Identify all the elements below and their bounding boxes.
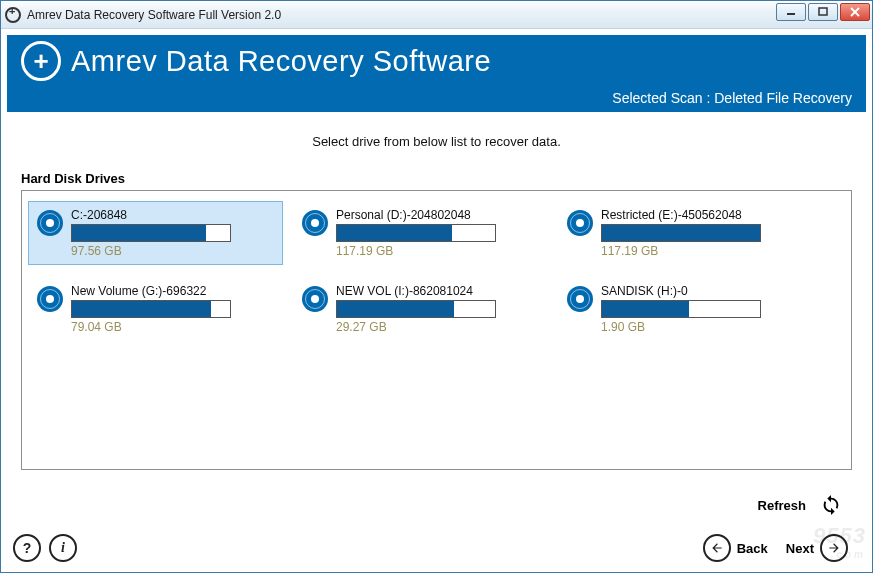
logo-icon: + — [21, 41, 61, 81]
disc-icon — [37, 210, 63, 236]
drive-label: NEW VOL (I:)-862081024 — [336, 284, 539, 298]
usage-bar — [336, 300, 496, 318]
back-arrow-icon — [703, 534, 731, 562]
app-name: Amrev Data Recovery Software — [71, 45, 491, 78]
disc-icon — [302, 286, 328, 312]
drives-section-label: Hard Disk Drives — [7, 171, 866, 186]
svg-rect-1 — [819, 8, 827, 15]
minimize-button[interactable] — [776, 3, 806, 21]
drive-label: C:-206848 — [71, 208, 274, 222]
refresh-icon — [820, 494, 842, 516]
refresh-label: Refresh — [758, 498, 806, 513]
info-button[interactable]: i — [49, 534, 77, 562]
next-label: Next — [786, 541, 814, 556]
window-controls — [774, 3, 870, 21]
maximize-icon — [818, 7, 828, 17]
drive-item[interactable]: C:-20684897.56 GB — [28, 201, 283, 265]
drive-size: 1.90 GB — [601, 320, 804, 334]
next-button[interactable]: Next — [786, 534, 854, 562]
content-area: + Amrev Data Recovery Software Selected … — [1, 29, 872, 572]
window-title: Amrev Data Recovery Software Full Versio… — [27, 8, 281, 22]
drive-info: New Volume (G:)-69632279.04 GB — [71, 284, 274, 334]
usage-bar — [71, 224, 231, 242]
drive-item[interactable]: SANDISK (H:)-01.90 GB — [558, 277, 813, 341]
refresh-button[interactable]: Refresh — [758, 494, 842, 516]
back-button[interactable]: Back — [697, 534, 768, 562]
drive-label: New Volume (G:)-696322 — [71, 284, 274, 298]
disc-icon — [37, 286, 63, 312]
next-arrow-icon — [820, 534, 848, 562]
drive-info: SANDISK (H:)-01.90 GB — [601, 284, 804, 334]
disc-icon — [567, 286, 593, 312]
drive-size: 117.19 GB — [601, 244, 804, 258]
drive-label: Restricted (E:)-450562048 — [601, 208, 804, 222]
drive-label: SANDISK (H:)-0 — [601, 284, 804, 298]
title-bar: Amrev Data Recovery Software Full Versio… — [1, 1, 872, 29]
drive-size: 29.27 GB — [336, 320, 539, 334]
nav-buttons: Back Next — [679, 534, 854, 562]
drive-grid: C:-20684897.56 GBPersonal (D:)-204802048… — [26, 199, 847, 351]
maximize-button[interactable] — [808, 3, 838, 21]
disc-icon — [567, 210, 593, 236]
drive-item[interactable]: NEW VOL (I:)-86208102429.27 GB — [293, 277, 548, 341]
header-panel: + Amrev Data Recovery Software Selected … — [7, 35, 866, 112]
disc-icon — [302, 210, 328, 236]
instructions-text: Select drive from below list to recover … — [7, 134, 866, 149]
drive-label: Personal (D:)-204802048 — [336, 208, 539, 222]
drive-info: Restricted (E:)-450562048117.19 GB — [601, 208, 804, 258]
app-icon — [5, 7, 21, 23]
help-button[interactable]: ? — [13, 534, 41, 562]
selected-scan-label: Selected Scan : Deleted File Recovery — [612, 90, 852, 106]
drive-size: 97.56 GB — [71, 244, 274, 258]
drive-info: C:-20684897.56 GB — [71, 208, 274, 258]
drive-size: 117.19 GB — [336, 244, 539, 258]
drive-item[interactable]: New Volume (G:)-69632279.04 GB — [28, 277, 283, 341]
drive-item[interactable]: Personal (D:)-204802048117.19 GB — [293, 201, 548, 265]
usage-bar — [71, 300, 231, 318]
close-icon — [850, 7, 860, 17]
minimize-icon — [786, 7, 796, 17]
drive-info: NEW VOL (I:)-86208102429.27 GB — [336, 284, 539, 334]
bottom-left-buttons: ? i — [13, 534, 85, 562]
app-window: Amrev Data Recovery Software Full Versio… — [0, 0, 873, 573]
close-button[interactable] — [840, 3, 870, 21]
usage-bar — [601, 224, 761, 242]
usage-bar — [601, 300, 761, 318]
drive-item[interactable]: Restricted (E:)-450562048117.19 GB — [558, 201, 813, 265]
drive-info: Personal (D:)-204802048117.19 GB — [336, 208, 539, 258]
drive-size: 79.04 GB — [71, 320, 274, 334]
back-label: Back — [737, 541, 768, 556]
usage-bar — [336, 224, 496, 242]
drives-panel: C:-20684897.56 GBPersonal (D:)-204802048… — [21, 190, 852, 470]
